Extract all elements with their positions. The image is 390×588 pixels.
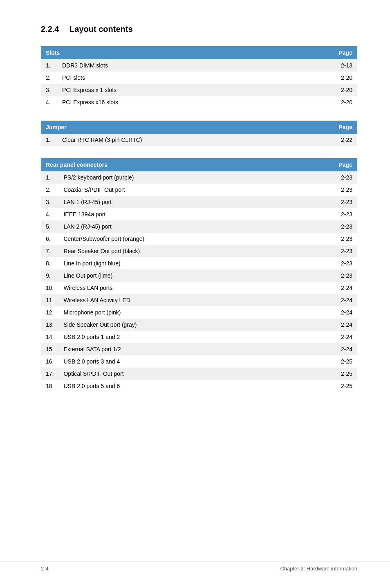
row-num: 2. [41,72,57,84]
row-num: 10. [41,282,58,294]
row-num: 1. [41,134,57,146]
row-page: 2-23 [325,171,357,184]
row-description: Line Out port (lime) [58,269,325,282]
table-row: 1. PS/2 keyboard port (purple) 2-23 [41,171,357,184]
row-num: 8. [41,257,58,269]
row-page: 2-20 [325,72,357,84]
row-description: USB 2.0 ports 1 and 2 [58,331,325,343]
row-page: 2-24 [325,343,357,355]
table-row: 3. LAN 1 (RJ-45) port 2-23 [41,196,357,208]
row-page: 2-23 [325,208,357,220]
row-num: 18. [41,380,58,392]
table-row: 5. LAN 2 (RJ-45) port 2-23 [41,220,357,233]
table-row: 11. Wireless LAN Activity LED 2-24 [41,294,357,306]
row-description: Wireless LAN ports [58,282,325,294]
row-description: IEEE 1394a port [58,208,325,220]
row-page: 2-23 [325,233,357,245]
row-description: USB 2.0 ports 5 and 6 [58,380,325,392]
row-description: Optical S/PDIF Out port [58,368,325,380]
row-page: 2-13 [325,59,357,72]
row-description: DDR3 DIMM slots [57,59,325,72]
row-num: 3. [41,196,58,208]
table-row: 12. Microphone port (pink) 2-24 [41,306,357,319]
table-row: 13. Side Speaker Out port (gray) 2-24 [41,319,357,331]
table-row: 2. Coaxial S/PDIF Out port 2-23 [41,184,357,196]
row-num: 5. [41,220,58,233]
row-description: PS/2 keyboard port (purple) [58,171,325,184]
row-num: 15. [41,343,58,355]
table-row: 9. Line Out port (lime) 2-23 [41,269,357,282]
row-description: Wireless LAN Activity LED [58,294,325,306]
table-row: 1. DDR3 DIMM slots 2-13 [41,59,357,72]
row-page: 2-23 [325,220,357,233]
row-num: 2. [41,184,58,196]
row-page: 2-24 [325,306,357,319]
row-page: 2-22 [325,134,357,146]
table-row: 1. Clear RTC RAM (3-pin CLRTC) 2-22 [41,134,357,146]
page-title: 2.2.4 Layout contents [41,25,357,34]
row-num: 4. [41,208,58,220]
table-row: 8. Line In port (light blue) 2-23 [41,257,357,269]
slots-table: Slots Page 1. DDR3 DIMM slots 2-13 2. PC… [41,46,357,108]
row-num: 7. [41,245,58,257]
table-row: 2. PCI slots 2-20 [41,72,357,84]
row-description: External SATA port 1/2 [58,343,325,355]
row-page: 2-23 [325,257,357,269]
row-description: Line In port (light blue) [58,257,325,269]
title-text: Layout contents [69,25,132,34]
table-row: 4. PCI Express x16 slots 2-20 [41,96,357,108]
row-page: 2-25 [325,355,357,368]
row-description: PCI Express x 1 slots [57,84,325,96]
rear-panel-header-page: Page [325,158,357,171]
row-description: Coaxial S/PDIF Out port [58,184,325,196]
row-num: 12. [41,306,58,319]
table-row: 6. Center/Subwoofer port (orange) 2-23 [41,233,357,245]
rear-panel-table: Rear panel connectors Page 1. PS/2 keybo… [41,158,357,392]
rear-panel-header-label: Rear panel connectors [41,158,325,171]
row-num: 1. [41,171,58,184]
row-description: Rear Speaker Out port (black) [58,245,325,257]
row-num: 14. [41,331,58,343]
row-num: 13. [41,319,58,331]
row-page: 2-25 [325,368,357,380]
table-row: 15. External SATA port 1/2 2-24 [41,343,357,355]
table-row: 18. USB 2.0 ports 5 and 6 2-25 [41,380,357,392]
row-page: 2-24 [325,282,357,294]
row-num: 4. [41,96,57,108]
row-num: 1. [41,59,57,72]
table-row: 3. PCI Express x 1 slots 2-20 [41,84,357,96]
row-description: Side Speaker Out port (gray) [58,319,325,331]
row-page: 2-20 [325,84,357,96]
row-num: 17. [41,368,58,380]
section-number: 2.2.4 [41,25,59,34]
row-description: Clear RTC RAM (3-pin CLRTC) [57,134,325,146]
table-row: 7. Rear Speaker Out port (black) 2-23 [41,245,357,257]
table-row: 17. Optical S/PDIF Out port 2-25 [41,368,357,380]
row-page: 2-23 [325,245,357,257]
row-page: 2-24 [325,331,357,343]
footer-chapter: Chapter 2: Hardware information [280,566,357,572]
table-row: 10. Wireless LAN ports 2-24 [41,282,357,294]
row-description: PCI Express x16 slots [57,96,325,108]
footer-page-number: 2-4 [41,566,49,572]
row-page: 2-23 [325,184,357,196]
row-description: Center/Subwoofer port (orange) [58,233,325,245]
jumper-table: Jumper Page 1. Clear RTC RAM (3-pin CLRT… [41,121,357,146]
row-page: 2-23 [325,196,357,208]
jumper-header-label: Jumper [41,121,325,134]
row-num: 16. [41,355,58,368]
table-row: 16. USB 2.0 ports 3 and 4 2-25 [41,355,357,368]
row-num: 6. [41,233,58,245]
table-row: 14. USB 2.0 ports 1 and 2 2-24 [41,331,357,343]
jumper-header-page: Page [325,121,357,134]
row-page: 2-20 [325,96,357,108]
table-row: 4. IEEE 1394a port 2-23 [41,208,357,220]
row-description: LAN 2 (RJ-45) port [58,220,325,233]
row-page: 2-23 [325,269,357,282]
row-num: 3. [41,84,57,96]
row-num: 11. [41,294,58,306]
row-page: 2-24 [325,319,357,331]
page-footer: 2-4 Chapter 2: Hardware information [0,561,390,572]
slots-header-label: Slots [41,46,325,59]
row-page: 2-25 [325,380,357,392]
